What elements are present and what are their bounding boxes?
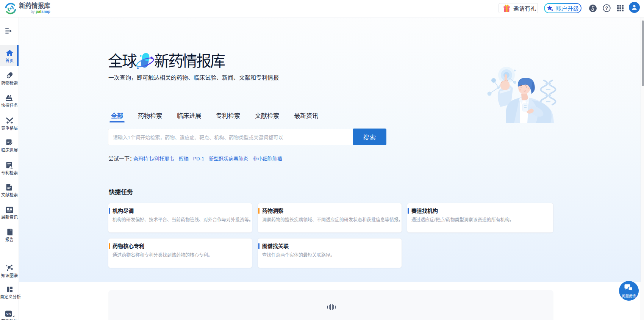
svg-text:VS: VS (6, 312, 11, 316)
svg-text:?: ? (605, 5, 608, 11)
